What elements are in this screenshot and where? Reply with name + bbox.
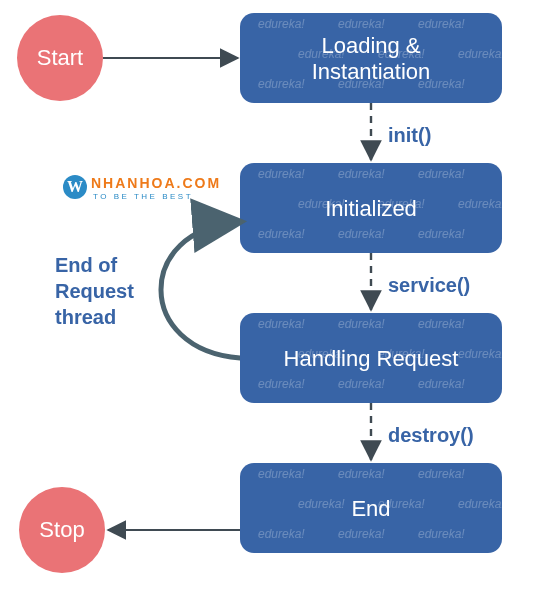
logo-letter: W — [67, 178, 83, 195]
svg-text:edureka!: edureka! — [338, 467, 385, 481]
svg-text:edureka!: edureka! — [298, 497, 345, 511]
svg-text:edureka!: edureka! — [338, 167, 385, 181]
svg-text:edureka!: edureka! — [338, 227, 385, 241]
node-stop: Stop — [19, 487, 105, 573]
svg-text:edureka!: edureka! — [458, 47, 505, 61]
edge-loop-label-2: Request — [55, 280, 134, 302]
svg-text:edureka!: edureka! — [258, 467, 305, 481]
svg-text:edureka!: edureka! — [258, 17, 305, 31]
brand-logo: W NHANHOA.COM TO BE THE BEST — [63, 175, 221, 201]
svg-text:edureka!: edureka! — [258, 77, 305, 91]
node-end-label: End — [351, 496, 390, 521]
node-handling: edureka! edureka! edureka! edureka! edur… — [240, 313, 505, 403]
svg-text:edureka!: edureka! — [418, 227, 465, 241]
svg-text:edureka!: edureka! — [258, 167, 305, 181]
node-start-label: Start — [37, 45, 83, 70]
svg-text:edureka!: edureka! — [458, 197, 505, 211]
edge-loop-label-1: End of — [55, 254, 118, 276]
edge-label-service: service() — [388, 274, 470, 296]
node-loading-label-1: Loading & — [321, 33, 420, 58]
node-initialized-label: Initialized — [325, 196, 417, 221]
svg-text:edureka!: edureka! — [418, 317, 465, 331]
svg-text:edureka!: edureka! — [258, 227, 305, 241]
svg-text:edureka!: edureka! — [418, 167, 465, 181]
edge-loop-label-3: thread — [55, 306, 116, 328]
node-initialized: edureka! edureka! edureka! edureka! edur… — [240, 163, 505, 253]
svg-text:edureka!: edureka! — [258, 377, 305, 391]
svg-text:edureka!: edureka! — [458, 497, 505, 511]
svg-text:edureka!: edureka! — [338, 317, 385, 331]
svg-text:edureka!: edureka! — [258, 527, 305, 541]
edge-label-init: init() — [388, 124, 431, 146]
node-stop-label: Stop — [39, 517, 84, 542]
logo-sub-text: TO BE THE BEST — [93, 192, 193, 201]
svg-text:edureka!: edureka! — [338, 377, 385, 391]
edge-label-destroy: destroy() — [388, 424, 474, 446]
node-end: edureka! edureka! edureka! edureka! edur… — [240, 463, 505, 553]
svg-text:edureka!: edureka! — [458, 347, 505, 361]
svg-text:edureka!: edureka! — [338, 17, 385, 31]
svg-text:edureka!: edureka! — [418, 527, 465, 541]
svg-text:edureka!: edureka! — [338, 527, 385, 541]
edge-loop-request-thread — [161, 222, 240, 358]
svg-text:edureka!: edureka! — [418, 467, 465, 481]
node-loading-label-2: Instantiation — [312, 59, 431, 84]
svg-text:edureka!: edureka! — [418, 377, 465, 391]
logo-main-text: NHANHOA.COM — [91, 175, 221, 191]
node-loading: edureka! edureka! edureka! edureka! edur… — [240, 13, 505, 103]
node-start: Start — [17, 15, 103, 101]
svg-text:edureka!: edureka! — [258, 317, 305, 331]
svg-text:edureka!: edureka! — [418, 17, 465, 31]
node-handling-label: Handling Request — [284, 346, 459, 371]
